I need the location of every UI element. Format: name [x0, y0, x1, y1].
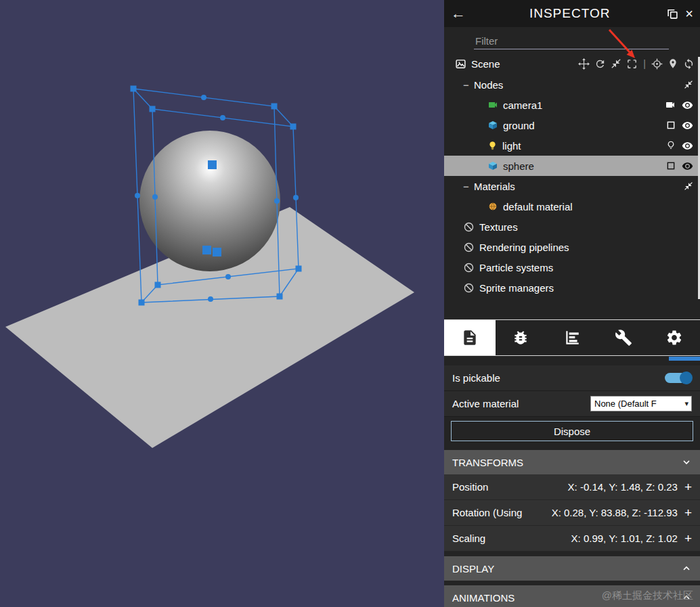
tree-item-label: camera1	[503, 99, 542, 111]
is-pickable-toggle[interactable]	[665, 373, 692, 383]
inspector-title: INSPECTOR	[473, 6, 667, 21]
inspector-panel: ← INSPECTOR × Scene	[444, 0, 700, 607]
bounding-box-gizmo-icon[interactable]	[626, 58, 638, 70]
checkbox-icon[interactable]	[666, 120, 676, 130]
scaling-value: X: 0.99, Y: 1.01, Z: 1.02	[571, 533, 678, 544]
tree-group-materials[interactable]: − Materials	[444, 176, 700, 196]
tab-properties[interactable]	[444, 320, 496, 355]
tree-item-label: sphere	[503, 160, 534, 172]
eye-icon[interactable]	[682, 140, 693, 152]
lightbulb-toggle-icon[interactable]	[666, 141, 676, 150]
cube-icon	[487, 120, 498, 131]
scene-image-icon	[455, 58, 466, 70]
close-icon[interactable]: ×	[685, 7, 693, 20]
scaling-row: Scaling X: 0.99, Y: 1.01, Z: 1.02 +	[444, 526, 700, 552]
section-label: DISPLAY	[452, 563, 494, 575]
section-header-transforms[interactable]: TRANSFORMS	[444, 450, 700, 474]
collapse-expander[interactable]: −	[463, 79, 474, 91]
scene-label: Scene	[471, 58, 500, 70]
expand-plus-icon[interactable]: +	[684, 480, 692, 493]
gear-icon	[665, 329, 683, 346]
tree-group-nodes[interactable]: − Nodes	[444, 74, 700, 95]
tree-item-default-material[interactable]: default material	[444, 196, 700, 217]
picker-target-icon[interactable]	[651, 58, 663, 70]
bug-icon	[512, 329, 529, 346]
material-icon	[487, 201, 498, 212]
tree-item-sphere[interactable]: sphere	[444, 156, 700, 176]
rotation-row: Rotation (Using X: 0.28, Y: 83.88, Z: -1…	[444, 500, 700, 526]
active-material-select[interactable]: None (Default F ▾	[590, 396, 692, 411]
tab-settings[interactable]	[649, 320, 700, 355]
tree-item-camera1[interactable]: camera1	[444, 95, 700, 115]
videocam-icon[interactable]	[665, 99, 676, 110]
scrollbar-thumb[interactable]	[669, 357, 700, 361]
checkbox-icon[interactable]	[666, 161, 676, 171]
refresh-sync-icon[interactable]	[683, 58, 695, 70]
eye-icon[interactable]	[682, 120, 693, 131]
properties-pane: Is pickable Active material None (Defaul…	[444, 365, 700, 607]
file-icon	[461, 329, 479, 346]
circle-slash-icon	[463, 262, 475, 273]
circle-slash-icon	[463, 242, 475, 253]
collapse-expander[interactable]: −	[463, 181, 474, 192]
eye-icon[interactable]	[682, 99, 693, 111]
compress-icon[interactable]	[684, 80, 693, 89]
tab-debug[interactable]	[496, 320, 547, 355]
section-label: TRANSFORMS	[452, 457, 523, 468]
location-pin-icon[interactable]	[668, 58, 678, 69]
active-material-label: Active material	[452, 398, 519, 409]
rotation-value: X: 0.28, Y: 83.88, Z: -112.93	[552, 507, 678, 518]
tree-item-label: light	[502, 140, 521, 152]
explorer-spacer	[444, 298, 700, 319]
tree-group-sprite-managers[interactable]: Sprite managers	[444, 277, 700, 298]
dispose-button[interactable]: Dispose	[451, 421, 693, 441]
tree-item-label: default material	[503, 201, 573, 212]
chevron-down-icon	[681, 457, 692, 468]
is-pickable-row: Is pickable	[444, 365, 700, 391]
eye-icon[interactable]	[682, 160, 693, 172]
expand-plus-icon[interactable]: +	[684, 506, 692, 519]
filter-input[interactable]	[474, 33, 669, 49]
watermark-text: @稀土掘金技术社区	[602, 589, 693, 602]
scale-gizmo-icon[interactable]	[611, 58, 621, 69]
expand-plus-icon[interactable]: +	[684, 532, 692, 545]
cube-icon	[487, 160, 498, 171]
scene-gizmo-toolbar: |	[578, 58, 695, 70]
app-window: ← INSPECTOR × Scene	[0, 0, 700, 607]
compress-icon[interactable]	[684, 181, 693, 191]
dispose-row: Dispose	[444, 417, 700, 445]
translate-gizmo-icon[interactable]	[578, 58, 590, 70]
filter-row	[444, 27, 700, 53]
inspector-tabbar	[444, 319, 700, 356]
position-row: Position X: -0.14, Y: 1.48, Z: 0.23 +	[444, 474, 700, 500]
active-material-row: Active material None (Default F ▾	[444, 391, 700, 417]
toggle-knob	[680, 372, 693, 384]
scene-canvas[interactable]	[0, 0, 444, 607]
section-header-display[interactable]: DISPLAY	[444, 556, 700, 581]
tree-group-label: Nodes	[474, 79, 503, 91]
tree-group-particle-systems[interactable]: Particle systems	[444, 257, 700, 277]
tree-item-ground[interactable]: ground	[444, 115, 700, 135]
tree-group-label: Rendering pipelines	[479, 242, 569, 253]
tree-group-label: Materials	[474, 181, 515, 192]
horizontal-scrollbar[interactable]	[444, 356, 700, 361]
tree-group-label: Textures	[479, 221, 518, 233]
tab-statistics[interactable]	[546, 320, 598, 355]
tree-group-textures[interactable]: Textures	[444, 217, 700, 237]
tree-item-light[interactable]: light	[444, 135, 700, 156]
popout-window-icon[interactable]	[667, 8, 678, 20]
selected-option: None (Default F	[594, 399, 682, 409]
inspector-header: ← INSPECTOR ×	[444, 0, 700, 27]
tree-group-label: Particle systems	[479, 262, 553, 273]
back-arrow-button[interactable]: ←	[451, 6, 473, 21]
scene-row[interactable]: Scene |	[444, 53, 700, 74]
tab-tools[interactable]	[598, 320, 649, 355]
chevron-down-icon: ▾	[684, 399, 688, 408]
position-value: X: -0.14, Y: 1.48, Z: 0.23	[568, 481, 678, 493]
tree-group-rendering-pipelines[interactable]: Rendering pipelines	[444, 237, 700, 257]
scaling-label: Scaling	[452, 533, 485, 544]
stats-icon	[563, 329, 581, 346]
3d-viewport[interactable]	[0, 0, 444, 607]
circle-slash-icon	[463, 282, 475, 294]
rotate-gizmo-icon[interactable]	[594, 58, 606, 70]
